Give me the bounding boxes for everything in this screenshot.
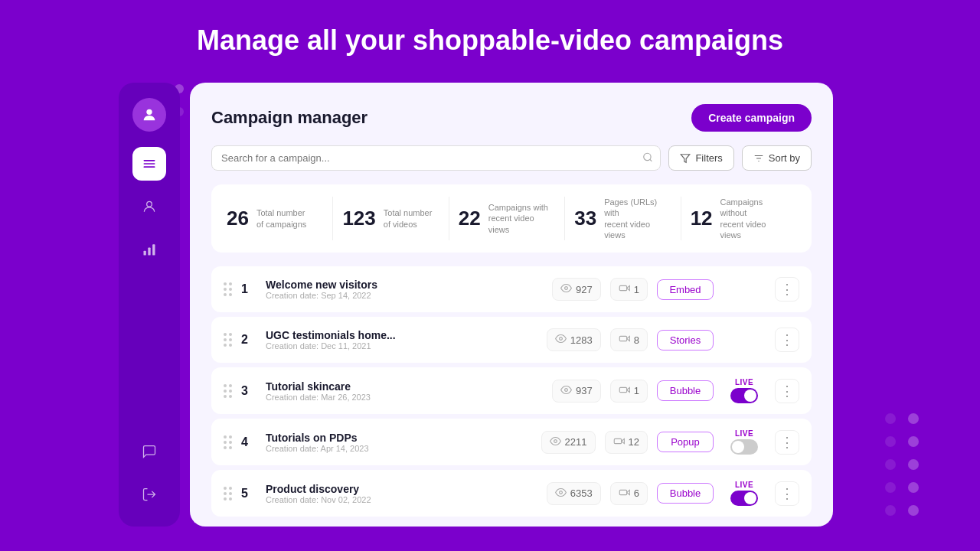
campaign-name: Product discovery [266,483,537,495]
views-count: 1283 [570,334,593,346]
page-title: Manage all your shoppable-video campaign… [0,24,980,57]
type-badge: Popup [657,432,714,452]
videos-badge: 6 [610,482,648,505]
stats-row: 26 Total numberof campaigns 123 Total nu… [211,184,812,253]
more-options-button[interactable]: ⋮ [775,328,799,352]
svg-rect-17 [619,387,626,392]
stat-number: 22 [459,207,481,230]
eye-icon [560,282,572,296]
video-icon [619,384,630,398]
svg-marker-24 [626,490,629,494]
filters-button[interactable]: Filters [668,145,733,171]
stat-label: Total numberof videos [384,207,433,230]
campaign-number: 2 [241,333,256,347]
campaign-number: 1 [241,282,256,296]
sidebar-item-exit[interactable] [132,478,166,511]
more-options-button[interactable]: ⋮ [775,277,799,302]
eye-icon [560,384,572,398]
live-toggle[interactable] [730,439,758,455]
svg-point-16 [565,388,568,391]
drag-handle[interactable] [224,282,232,296]
campaign-name: UGC testimonials home... [266,329,537,341]
svg-point-4 [147,201,152,207]
svg-point-13 [559,337,562,341]
video-icon [613,435,625,449]
sidebar-avatar [132,98,166,132]
svg-rect-1 [144,160,155,161]
live-toggle[interactable] [730,491,758,506]
views-badge: 927 [552,278,601,301]
main-panel: Campaign manager Create campaign Filters… [190,83,833,527]
video-icon [619,333,630,347]
sort-button[interactable]: Sort by [742,145,812,171]
drag-handle[interactable] [224,487,232,500]
campaign-info: Welcome new visitors Creation date: Sep … [266,279,543,300]
svg-rect-14 [619,337,626,341]
stat-number: 123 [342,207,375,230]
live-toggle-wrap: LIVE [723,481,766,506]
campaign-date: Creation date: Dec 11, 2021 [266,341,537,350]
svg-point-0 [146,109,152,115]
more-options-button[interactable]: ⋮ [775,430,799,455]
create-campaign-button[interactable]: Create campaign [691,104,812,132]
sidebar-item-profile[interactable] [132,190,166,223]
videos-count: 1 [634,284,639,295]
views-count: 6353 [570,487,593,499]
search-icon [642,152,653,165]
svg-point-8 [644,153,651,160]
videos-badge: 1 [610,278,648,301]
stat-item: 33 Pages (URLs) withrecent video views [565,197,681,240]
stat-item: 123 Total numberof videos [333,197,449,240]
campaign-date: Creation date: Sep 14, 2022 [266,291,543,300]
live-label: LIVE [735,378,753,386]
svg-marker-18 [626,387,629,392]
sidebar-item-chat[interactable] [132,435,166,468]
svg-rect-6 [148,248,150,256]
campaign-number: 4 [241,435,256,449]
campaign-row: 3 Tutorial skincare Creation date: Mar 2… [211,367,812,414]
views-count: 927 [576,284,593,295]
live-toggle-wrap: LIVE [723,429,766,455]
campaign-row: 2 UGC testimonials home... Creation date… [211,317,812,363]
svg-marker-12 [626,286,629,291]
sidebar-item-menu[interactable] [132,147,166,181]
live-label: LIVE [735,429,753,438]
live-label: LIVE [735,481,753,489]
svg-rect-20 [614,439,621,443]
campaign-date: Creation date: Mar 26, 2023 [266,393,543,402]
campaign-info: Product discovery Creation date: Nov 02,… [266,483,537,504]
svg-marker-9 [681,154,691,162]
videos-badge: 12 [605,431,648,454]
sort-by-label: Sort by [769,152,800,164]
stat-label: Campaigns withrecent video views [488,202,555,235]
eye-icon [550,435,561,449]
campaign-info: UGC testimonials home... Creation date: … [266,329,537,350]
type-badge: Bubble [657,483,714,504]
videos-count: 8 [634,334,639,346]
live-toggle-wrap: LIVE [723,378,766,403]
campaign-date: Creation date: Apr 14, 2023 [266,444,532,453]
views-badge: 937 [552,380,601,403]
search-input[interactable] [211,145,661,171]
videos-count: 12 [629,436,639,448]
more-options-button[interactable]: ⋮ [775,481,799,506]
views-count: 2211 [565,436,587,448]
drag-handle[interactable] [224,435,232,449]
drag-handle[interactable] [224,333,232,347]
campaign-number: 5 [241,487,256,500]
live-toggle[interactable] [730,388,758,403]
eye-icon [555,333,567,347]
videos-count: 6 [634,487,639,499]
campaign-name: Tutorials on PDPs [266,432,532,444]
type-badge: Stories [657,330,714,350]
campaign-row: 5 Product discovery Creation date: Nov 0… [211,470,812,517]
more-options-button[interactable]: ⋮ [775,379,799,403]
sidebar-item-analytics[interactable] [132,233,166,266]
stat-item: 22 Campaigns withrecent video views [449,197,565,240]
drag-handle[interactable] [224,384,232,398]
stat-item: 26 Total numberof campaigns [227,197,333,240]
stat-number: 12 [691,207,713,230]
stat-item: 12 Campaigns withoutrecent video views [681,197,796,240]
eye-icon [555,487,567,500]
campaign-name: Welcome new visitors [266,279,543,291]
